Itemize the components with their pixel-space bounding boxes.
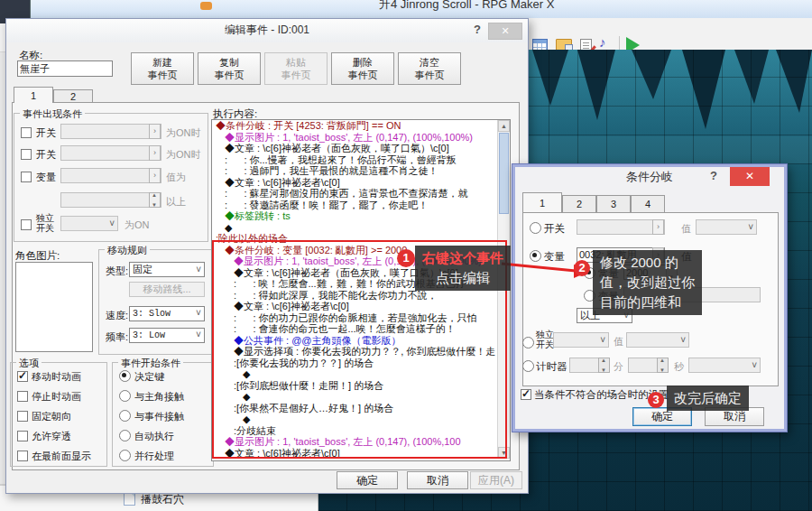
delete-page-button[interactable]: 删除 事件页	[331, 52, 394, 85]
exec-line[interactable]: ◆条件分岐 : 开关 [4253: 背叛師門] == ON	[212, 120, 510, 132]
branch-selfswitch-dropdown	[553, 332, 609, 348]
trigger-parallel-radio[interactable]	[119, 450, 131, 461]
exec-line[interactable]: : : 發邀請函麼！唉！罷了，罷了，你走吧！	[212, 200, 510, 211]
option-step-anime-checkbox[interactable]	[17, 391, 28, 402]
step-1-tooltip: 右键这个事件 点击编辑	[415, 246, 511, 291]
option-always-on-top-checkbox[interactable]	[17, 451, 28, 461]
move-freq-label: 频率:	[106, 330, 128, 344]
cancel-button[interactable]: 取消	[407, 471, 468, 489]
close-icon[interactable]	[488, 23, 522, 40]
exec-line[interactable]: ◆文章 : \c[6]神祕老者（面色灰敗，嘆了口氣）\c[0]	[212, 143, 510, 154]
exec-line[interactable]: :[你到底想做什麼！走開！] 的场合	[212, 380, 510, 392]
edit-dialog-titlebar[interactable]: 编辑事件 - ID:001	[6, 19, 528, 42]
step-3-tooltip: 改完后确定	[667, 386, 749, 411]
branch-tab-4[interactable]: 4	[631, 195, 665, 212]
paste-page-button: 粘贴 事件页	[264, 52, 328, 85]
branch-tab-2[interactable]: 2	[562, 195, 596, 212]
selfswitch-dropdown	[60, 216, 118, 231]
condition-switch1-checkbox[interactable]	[21, 127, 32, 138]
character-graphic-box[interactable]	[15, 262, 93, 352]
option-fix-direction-checkbox[interactable]	[17, 411, 28, 422]
trigger-action-radio[interactable]	[119, 370, 131, 382]
window-titlebar: 升4 Jinrong Scroll - RPG Maker X	[0, 0, 812, 18]
trigger-event-touch-radio[interactable]	[119, 410, 131, 422]
branch-else-checkbox[interactable]	[521, 389, 531, 400]
variable-picker-button: ›	[149, 168, 161, 183]
branch-variable-radio[interactable]	[530, 250, 541, 262]
step-3-badge: 3	[648, 392, 664, 408]
exec-line[interactable]: ◆显示图片 : 1, 'taoist_boss', 左上 (0,147), (1…	[212, 132, 510, 144]
condition-switch2-input	[60, 145, 161, 161]
scroll-down-icon[interactable]: ▼	[498, 447, 510, 459]
scroll-up-icon[interactable]: ▲	[498, 120, 510, 132]
clear-page-button[interactable]: 清空 事件页	[398, 52, 461, 85]
exec-content-label: 执行内容:	[213, 107, 257, 121]
branch-close-icon[interactable]	[730, 167, 770, 186]
exec-line[interactable]: ◆文章 : \c[6]神祕老者\c[0]	[212, 177, 510, 189]
branch-tab-3[interactable]: 3	[596, 195, 631, 212]
exec-line[interactable]: : : 會連你的命元也一起...唉！怎麼會這樣子的！	[212, 323, 510, 335]
branch-timer-radio[interactable]	[522, 360, 534, 372]
exec-line[interactable]: ◆	[212, 391, 510, 403]
exec-line[interactable]: :除此以外的场合	[212, 233, 510, 245]
exec-line[interactable]: ◆文章 : \c[6]神祕老者\c[0]	[212, 448, 510, 460]
sound-test-icon[interactable]: ♪	[599, 34, 606, 50]
trigger-player-touch-radio[interactable]	[119, 390, 131, 402]
branch-tab-1[interactable]: 1	[522, 192, 562, 212]
exec-line[interactable]: ◆公共事件 : @@主角頭像（電影版）	[212, 335, 510, 347]
exec-line[interactable]: :[你要化去我的功力？？] 的场合	[212, 358, 510, 369]
exec-line[interactable]: : : 你...慢著，我想起來了！你品行不端，曾經背叛	[212, 154, 510, 166]
step-1-badge: 1	[397, 249, 415, 267]
move-freq-dropdown[interactable]: 3: Low	[129, 328, 205, 343]
move-speed-dropdown[interactable]: 3: Slow	[129, 306, 205, 321]
copy-page-button[interactable]: 复制 事件页	[198, 52, 261, 85]
exec-line[interactable]: : : 過師門，我生平最恨的就是這種不肖之徒！	[212, 165, 510, 177]
condition-switch2-checkbox[interactable]	[21, 149, 32, 160]
exec-line[interactable]: ◆文章 : \c[6]神祕老者\c[0]	[212, 301, 510, 312]
graphic-label: 角色图片:	[15, 249, 60, 263]
scrollbar-thumb[interactable]	[499, 133, 509, 214]
help-button[interactable]: ?	[470, 23, 484, 36]
exec-line[interactable]: :分歧結束	[212, 425, 510, 437]
condition-variable-input	[60, 168, 161, 183]
event-name-input[interactable]	[17, 60, 113, 77]
exec-line[interactable]: ◆显示图片 : 1, 'taoist_boss', 左上 (0,147), (1…	[212, 436, 510, 448]
step-2-tooltip: 修改 2000 的 值，改到超过你 目前的四维和	[593, 250, 702, 315]
window-title: 升4 Jinrong Scroll - RPG Maker X	[379, 0, 554, 13]
ok-button[interactable]: 确定	[337, 471, 398, 489]
branch-timer-min-spinner	[598, 358, 610, 373]
condition-selfswitch-checkbox[interactable]	[21, 219, 32, 230]
branch-selfswitch-radio[interactable]	[522, 337, 534, 348]
screen: 升4 Jinrong Scroll - RPG Maker X ♪ 播鼓石穴 编…	[0, 0, 812, 511]
switch2-picker-button: ›	[149, 145, 161, 161]
apply-button: 应用(A)	[470, 471, 522, 489]
trigger-autorun-radio[interactable]	[119, 430, 131, 441]
edit-dialog-title: 编辑事件 - ID:001	[225, 23, 309, 36]
exec-line[interactable]: : : 得如此深厚，我能不能化去你功力不說，	[212, 290, 510, 302]
branch-switch-radio[interactable]	[530, 222, 541, 234]
option-through-checkbox[interactable]	[17, 431, 28, 441]
move-route-button: 移动路线...	[129, 282, 205, 297]
condition-value-spinbox	[60, 192, 161, 208]
branch-switch-picker: ›	[652, 219, 664, 235]
branch-selfswitch-value-dropdown	[626, 332, 689, 348]
exec-line[interactable]: ◆	[212, 413, 510, 425]
move-type-dropdown[interactable]: 固定	[129, 262, 205, 277]
exec-line[interactable]: :[你果然不是個好人…好鬼！] 的场合	[212, 403, 510, 414]
page-tab-2[interactable]: 2	[53, 89, 93, 103]
exec-line[interactable]: ◆标签跳转 : ts	[212, 210, 510, 222]
page-tab-1[interactable]: 1	[14, 87, 53, 103]
branch-help-button[interactable]: ?	[710, 169, 717, 182]
exec-line[interactable]: ◆	[212, 368, 510, 380]
exec-line[interactable]: : : 蘇星河那個沒用的東西，這背景也不查探清楚，就	[212, 188, 510, 200]
move-type-label: 类型:	[106, 265, 128, 278]
exec-line[interactable]: : : 你的功力已跟你的命脈相連，若是強加化去，只怕	[212, 312, 510, 324]
exec-line[interactable]: ◆	[212, 222, 510, 234]
titlebar-app-icon	[200, 2, 212, 10]
switch1-picker-button: ›	[149, 124, 161, 139]
new-page-button[interactable]: 新建 事件页	[131, 52, 194, 85]
option-walk-anime-checkbox[interactable]	[17, 371, 28, 382]
map-tree-item[interactable]: 播鼓石穴	[141, 492, 184, 507]
condition-variable-checkbox[interactable]	[21, 172, 32, 182]
exec-line[interactable]: ◆显示选择项 : 你要化去我的功力？？, 你到底想做什麼！走	[212, 346, 510, 358]
